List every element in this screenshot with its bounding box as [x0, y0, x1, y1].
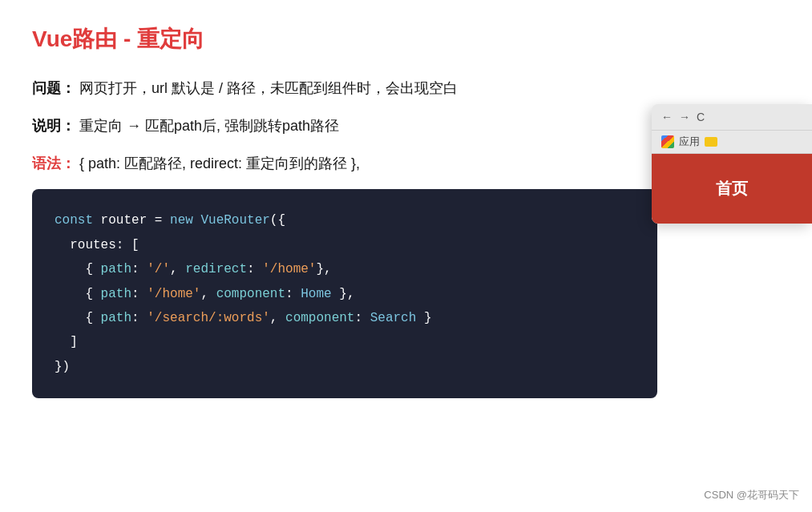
bookmarks-label: 应用 [679, 135, 700, 149]
browser-bookmarks-bar: 应用 [652, 131, 812, 154]
apps-icon [661, 135, 674, 148]
nav-home-item[interactable]: 首页 [652, 171, 812, 206]
back-button[interactable]: ← [661, 111, 673, 123]
description-label: 说明： [32, 118, 75, 134]
syntax-label: 语法： [32, 155, 75, 171]
description-section: 说明： 重定向 → 匹配path后, 强制跳转path路径 [32, 115, 657, 138]
problem-text: 网页打开，url 默认是 / 路径，未匹配到组件时，会出现空白 [79, 80, 458, 96]
code-line-4: { path: '/home', component: Home }, [55, 282, 635, 306]
page-title: Vue路由 - 重定向 [32, 24, 657, 54]
code-line-5: { path: '/search/:words', component: Sea… [55, 306, 635, 330]
watermark: CSDN @花哥码天下 [704, 488, 799, 502]
bookmark-folder-icon [705, 137, 717, 147]
reload-button[interactable]: C [697, 111, 705, 123]
description-text: 重定向 → 匹配path后, 强制跳转path路径 [79, 118, 339, 134]
forward-button[interactable]: → [679, 111, 690, 123]
code-block: const router = new VueRouter({ routes: [… [32, 189, 657, 398]
problem-label: 问题： [32, 80, 75, 96]
browser-nav-content: 首页 [652, 154, 812, 224]
syntax-text: { path: 匹配路径, redirect: 重定向到的路径 }, [79, 155, 360, 171]
code-line-7: }) [55, 355, 635, 379]
code-line-6: ] [55, 330, 635, 354]
browser-mockup: ← → C 应用 首页 [652, 104, 812, 224]
code-line-3: { path: '/', redirect: '/home'}, [55, 257, 635, 281]
code-line-2: routes: [ [55, 233, 635, 257]
syntax-section: 语法： { path: 匹配路径, redirect: 重定向到的路径 }, [32, 152, 657, 175]
main-content: Vue路由 - 重定向 问题： 网页打开，url 默认是 / 路径，未匹配到组件… [0, 0, 689, 414]
code-line-1: const router = new VueRouter({ [55, 208, 635, 232]
browser-toolbar: ← → C [652, 104, 812, 131]
problem-section: 问题： 网页打开，url 默认是 / 路径，未匹配到组件时，会出现空白 [32, 77, 657, 100]
